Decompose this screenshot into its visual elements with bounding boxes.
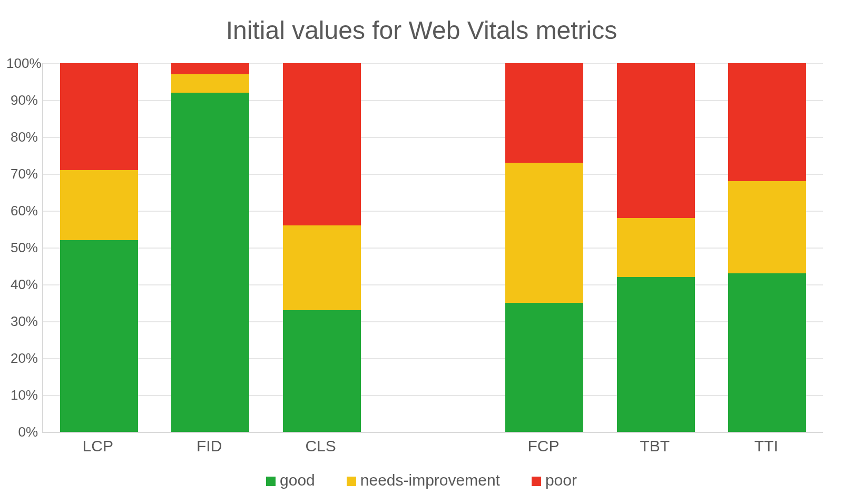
bar-segment-good <box>60 240 138 432</box>
legend-item-poor: poor <box>532 471 577 489</box>
y-tick-label: 10% <box>6 387 38 403</box>
legend: good needs-improvement poor <box>0 471 843 489</box>
bar-segment-good <box>505 303 583 432</box>
y-tick-label: 20% <box>6 350 38 367</box>
bar-segment-needs-improvement <box>728 181 806 273</box>
swatch-needs <box>347 477 356 486</box>
bar-slot-tti <box>712 63 823 432</box>
x-label-gap <box>376 437 487 455</box>
bar-segment-poor <box>617 63 695 218</box>
y-tick-label: 100% <box>6 55 38 72</box>
x-label-fid: FID <box>153 437 264 455</box>
bar-segment-good <box>617 277 695 432</box>
y-tick-label: 60% <box>6 203 38 219</box>
bar-tbt <box>617 63 695 432</box>
legend-item-needs: needs-improvement <box>347 471 500 489</box>
y-tick-label: 0% <box>6 424 38 440</box>
legend-label-needs: needs-improvement <box>360 471 500 489</box>
y-tick-label: 70% <box>6 166 38 182</box>
bar-fid <box>171 63 249 432</box>
bar-slot-fid <box>154 63 266 432</box>
bar-slot-fcp <box>489 63 600 432</box>
legend-item-good: good <box>266 471 315 489</box>
bar-segment-poor <box>505 63 583 163</box>
bar-segment-needs-improvement <box>60 170 138 240</box>
bar-lcp <box>60 63 138 432</box>
y-tick-label: 80% <box>6 129 38 145</box>
y-tick-label: 90% <box>6 92 38 108</box>
bar-cls <box>283 63 361 432</box>
bar-segment-needs-improvement <box>171 74 249 93</box>
bar-slot-tbt <box>600 63 711 432</box>
swatch-good <box>266 477 276 486</box>
bar-segment-good <box>283 310 361 432</box>
x-label-tti: TTI <box>711 437 822 455</box>
x-axis-labels: LCPFIDCLSFCPTBTTTI <box>42 437 822 455</box>
chart-title: Initial values for Web Vitals metrics <box>0 16 843 45</box>
y-tick-label: 30% <box>6 313 38 330</box>
bar-segment-poor <box>60 63 138 170</box>
plot-area: 0%10%20%30%40%50%60%70%80%90%100% <box>42 63 823 433</box>
bar-tti <box>728 63 806 432</box>
swatch-poor <box>532 477 541 486</box>
bar-segment-good <box>728 273 806 432</box>
y-tick-label: 40% <box>6 276 38 293</box>
bar-segment-poor <box>283 63 361 225</box>
legend-label-poor: poor <box>545 471 577 489</box>
x-label-lcp: LCP <box>42 437 153 455</box>
chart-container: Initial values for Web Vitals metrics 0%… <box>0 0 843 504</box>
bar-segment-poor <box>171 63 249 74</box>
bar-segment-good <box>171 93 249 432</box>
y-tick-label: 50% <box>6 240 38 256</box>
bars-group <box>43 63 823 432</box>
bar-slot-cls <box>266 63 377 432</box>
bar-slot-lcp <box>43 63 154 432</box>
bar-segment-needs-improvement <box>283 225 361 310</box>
bar-fcp <box>505 63 583 432</box>
bar-segment-poor <box>728 63 806 181</box>
bar-segment-needs-improvement <box>505 163 583 303</box>
bar-slot-gap <box>377 63 488 432</box>
legend-label-good: good <box>280 471 315 489</box>
x-label-cls: CLS <box>265 437 376 455</box>
x-label-tbt: TBT <box>599 437 710 455</box>
x-label-fcp: FCP <box>488 437 599 455</box>
bar-segment-needs-improvement <box>617 218 695 277</box>
